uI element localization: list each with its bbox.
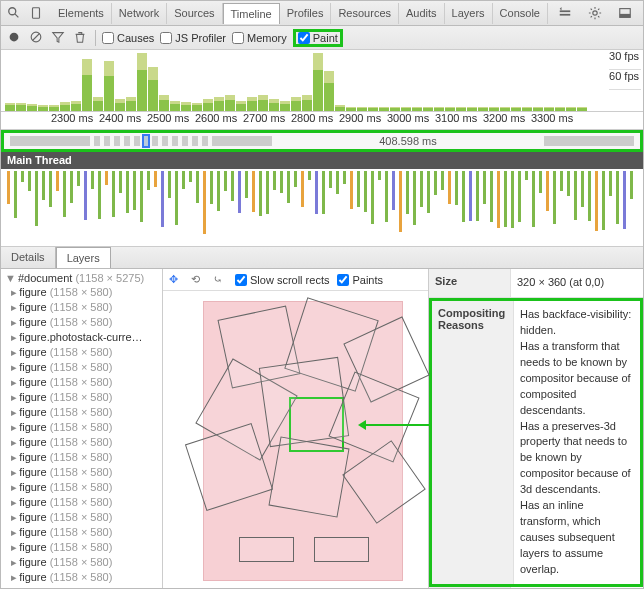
- record-icon[interactable]: [7, 30, 23, 46]
- rotate-icon[interactable]: ⟲: [191, 273, 205, 286]
- search-icon[interactable]: [5, 4, 23, 22]
- tree-item[interactable]: ▸figure (1158 × 580): [1, 450, 162, 465]
- tree-item[interactable]: ▸figure (1158 × 580): [1, 525, 162, 540]
- tree-item[interactable]: ▸figure (1158 × 580): [1, 555, 162, 570]
- tab-details[interactable]: Details: [1, 247, 56, 268]
- svg-point-5: [593, 11, 597, 15]
- svg-point-0: [9, 8, 16, 15]
- clear-icon[interactable]: [29, 30, 45, 46]
- layer-stage[interactable]: [203, 301, 403, 581]
- tree-item[interactable]: ▸figure (1158 × 580): [1, 435, 162, 450]
- time-ruler: 2300 ms2400 ms2500 ms2600 ms2700 ms2800 …: [1, 112, 643, 130]
- causes-checkbox[interactable]: Causes: [102, 32, 154, 44]
- prop-reasons-val: Has backface-visibility: hidden. Has a t…: [514, 301, 640, 584]
- tree-item[interactable]: ▸figure.photostack-curre…: [1, 330, 162, 345]
- fps-chart[interactable]: 30 fps 60 fps: [1, 50, 643, 112]
- layer-properties: Size320 × 360 (at 0,0) Compositing Reaso…: [428, 269, 643, 589]
- svg-rect-7: [620, 14, 631, 18]
- tree-item[interactable]: ▸figure (1158 × 580): [1, 315, 162, 330]
- panel-tabs: Elements Network Sources Timeline Profil…: [51, 3, 548, 24]
- fps-bars: [1, 53, 613, 111]
- tree-item[interactable]: ▸figure (1158 × 580): [1, 465, 162, 480]
- overview-selection[interactable]: [142, 134, 150, 148]
- paints-checkbox[interactable]: Paints: [337, 274, 383, 286]
- tab-console[interactable]: Console: [493, 3, 548, 24]
- dock-icon[interactable]: [615, 4, 635, 22]
- main-toolbar: Elements Network Sources Timeline Profil…: [1, 1, 643, 26]
- fps-60-label: 60 fps: [609, 70, 641, 90]
- svg-rect-2: [33, 8, 40, 19]
- tree-item[interactable]: ▸figure (1158 × 580): [1, 495, 162, 510]
- tree-item[interactable]: ▸figure (1158 × 580): [1, 510, 162, 525]
- tree-item[interactable]: ▸figure (1158 × 580): [1, 390, 162, 405]
- tab-layers[interactable]: Layers: [445, 3, 493, 24]
- tree-item[interactable]: ▸figure (1158 × 580): [1, 540, 162, 555]
- drawer-icon[interactable]: [555, 4, 575, 22]
- overview-strip[interactable]: 408.598 ms: [1, 130, 643, 152]
- tree-item[interactable]: ▸figure (1158 × 580): [1, 285, 162, 300]
- tree-item[interactable]: ▸figure (1158 × 580): [1, 300, 162, 315]
- tab-elements[interactable]: Elements: [51, 3, 112, 24]
- layer-canvas[interactable]: ✥ ⟲ ⤿ Slow scroll rects Paints: [163, 269, 428, 589]
- tree-item[interactable]: ▸figure (1158 × 580): [1, 570, 162, 585]
- details-pane: ▼#document (1158 × 5275) ▸figure (1158 ×…: [1, 269, 643, 589]
- tab-profiles[interactable]: Profiles: [280, 3, 332, 24]
- jsprofiler-checkbox[interactable]: JS Profiler: [160, 32, 226, 44]
- timeline-toolbar: Causes JS Profiler Memory Paint: [1, 26, 643, 50]
- fps-30-label: 30 fps: [609, 50, 641, 70]
- tree-item[interactable]: ▸figure (1158 × 580): [1, 360, 162, 375]
- layer-tree[interactable]: ▼#document (1158 × 5275) ▸figure (1158 ×…: [1, 269, 163, 589]
- overview-time: 408.598 ms: [274, 135, 542, 147]
- tab-resources[interactable]: Resources: [331, 3, 399, 24]
- tree-item[interactable]: ▸figure (1158 × 580): [1, 345, 162, 360]
- gear-icon[interactable]: [585, 4, 605, 22]
- svg-point-8: [10, 32, 19, 41]
- prop-size-val: 320 × 360 (at 0,0): [511, 269, 643, 297]
- prop-reasons-key: Compositing Reasons: [432, 301, 514, 584]
- tab-timeline[interactable]: Timeline: [223, 3, 280, 24]
- pan-icon[interactable]: ✥: [169, 273, 183, 286]
- tree-item[interactable]: ▸figure (1158 × 580): [1, 420, 162, 435]
- mainthread-header: Main Thread: [1, 152, 643, 169]
- tree-item[interactable]: ▸figure (1158 × 580): [1, 375, 162, 390]
- details-tabs: Details Layers: [1, 247, 643, 269]
- paint-checkbox[interactable]: Paint: [293, 29, 343, 47]
- svg-rect-4: [560, 14, 571, 16]
- reset-icon[interactable]: ⤿: [213, 273, 227, 286]
- selection-arrow: [361, 424, 429, 426]
- tab-network[interactable]: Network: [112, 3, 167, 24]
- filter-icon[interactable]: [51, 30, 67, 46]
- svg-rect-3: [560, 10, 571, 12]
- tree-item[interactable]: ▸figure (1158 × 580): [1, 405, 162, 420]
- svg-line-10: [33, 33, 40, 40]
- canvas-toolbar: ✥ ⟲ ⤿ Slow scroll rects Paints: [163, 269, 428, 291]
- tab-audits[interactable]: Audits: [399, 3, 445, 24]
- flame-chart[interactable]: [1, 169, 643, 247]
- prop-size-key: Size: [429, 269, 511, 297]
- garbage-icon[interactable]: [73, 30, 89, 46]
- svg-line-1: [15, 14, 19, 18]
- memory-checkbox[interactable]: Memory: [232, 32, 287, 44]
- slowrects-checkbox[interactable]: Slow scroll rects: [235, 274, 329, 286]
- tab-sources[interactable]: Sources: [167, 3, 222, 24]
- device-icon[interactable]: [27, 4, 45, 22]
- tab-layers-detail[interactable]: Layers: [56, 247, 111, 268]
- tree-item[interactable]: ▸figure (1158 × 580): [1, 480, 162, 495]
